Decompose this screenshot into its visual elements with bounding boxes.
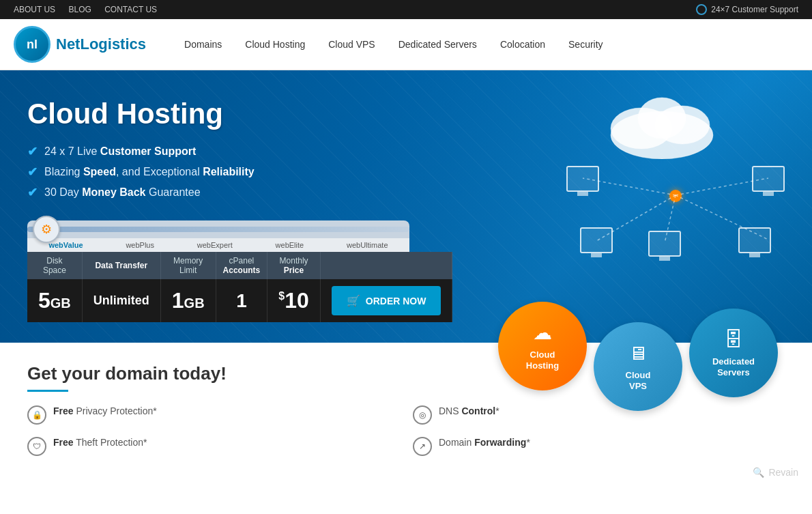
slider-thumb[interactable]: ⚙ <box>33 216 60 243</box>
svg-line-6 <box>596 195 676 241</box>
feature-text-3: 30 Day Money Back Guarantee <box>44 186 201 199</box>
memory-value: 1GB <box>160 279 216 322</box>
disk-size: 5GB <box>38 288 71 313</box>
order-cell: 🛒 ORDER NOW <box>320 279 452 322</box>
contact-us-link[interactable]: CONTACT US <box>104 5 157 14</box>
col-cpanel: cPanel Accounts <box>216 252 267 279</box>
plan-label-webexpert[interactable]: webExpert <box>197 241 233 249</box>
cloud-hosting-circle[interactable]: ☁ CloudHosting <box>498 302 587 390</box>
shield-icon: 🛡 <box>27 437 46 456</box>
plan-labels: webValue webPlus webExpert webElite webU… <box>27 238 409 252</box>
col-order <box>320 252 452 279</box>
col-memory: Memory Limit <box>160 252 216 279</box>
main-nav: Domains Cloud Hosting Cloud VPS Dedicate… <box>173 32 614 57</box>
check-icon-2: ✔ <box>27 165 38 180</box>
gear-icon: ⚙ <box>41 222 52 237</box>
svg-line-7 <box>665 195 676 243</box>
revain-text: Revain <box>768 467 798 478</box>
nav-cloud-vps[interactable]: Cloud VPS <box>317 32 386 57</box>
logo-rest: Logistics <box>80 35 146 53</box>
col-transfer: Data Transfer <box>82 252 160 279</box>
nav-cloud-hosting[interactable]: Cloud Hosting <box>234 32 316 57</box>
feature-list: ✔ 24 x 7 Live Customer Support ✔ Blazing… <box>27 144 409 200</box>
forwarding-text: Domain Forwarding* <box>439 437 530 448</box>
revain-icon: 🔍 <box>753 467 764 478</box>
plan-label-webvalue[interactable]: webValue <box>48 241 83 249</box>
cpanel-value: 1 <box>216 279 267 322</box>
plan-row: 5GB Unlimited 1GB 1 $10 <box>27 279 452 322</box>
hero-graphic <box>560 84 792 282</box>
check-icon-1: ✔ <box>27 144 38 159</box>
dedicated-servers-icon: 🗄 <box>724 328 743 351</box>
plan-label-webelite[interactable]: webElite <box>276 241 304 249</box>
logo-circle: nl <box>14 26 50 63</box>
domain-underline <box>27 390 68 392</box>
transfer-value: Unlimited <box>82 279 160 322</box>
slider-track[interactable]: ⚙ <box>27 220 409 238</box>
price-display: $10 <box>278 288 309 313</box>
globe-icon <box>696 4 707 15</box>
logo-text: NetLogistics <box>56 35 146 53</box>
dedicated-servers-label: DedicatedServers <box>712 356 755 377</box>
dns-icon: ◎ <box>413 405 432 425</box>
col-price: Monthly Price <box>267 252 321 279</box>
svg-line-4 <box>583 178 676 195</box>
price-value: $10 <box>267 279 321 322</box>
feature-text-1: 24 x 7 Live Customer Support <box>44 145 196 158</box>
feature-theft: 🛡 Free Theft Protection* <box>27 437 399 456</box>
blog-link[interactable]: BLOG <box>68 5 91 14</box>
dedicated-servers-circle[interactable]: 🗄 DedicatedServers <box>689 309 778 397</box>
privacy-text: Free Privacy Protection* <box>53 405 157 416</box>
logo-initials: nl <box>27 38 38 52</box>
forward-icon: ↗ <box>413 437 432 456</box>
logo-bold: Net <box>56 35 80 53</box>
top-bar: ABOUT US BLOG CONTACT US 24×7 Customer S… <box>0 0 812 19</box>
customer-support-bar: 24×7 Customer Support <box>696 4 798 15</box>
nav-security[interactable]: Security <box>557 32 614 57</box>
plan-label-webplus[interactable]: webPlus <box>126 241 154 249</box>
plan-slider: ⚙ webValue webPlus webExpert webElite we… <box>27 220 409 322</box>
nav-domains[interactable]: Domains <box>173 32 233 57</box>
cloud-hosting-label: CloudHosting <box>526 349 559 371</box>
svg-line-8 <box>676 195 768 240</box>
lock-icon: 🔒 <box>27 405 46 425</box>
header: nl NetLogistics Domains Cloud Hosting Cl… <box>0 19 812 70</box>
transfer-text: Unlimited <box>93 294 149 307</box>
feature-text-2: Blazing Speed, and Exceptional Reliabili… <box>44 166 255 178</box>
logo[interactable]: nl NetLogistics <box>14 26 146 63</box>
support-label: 24×7 Customer Support <box>711 5 798 14</box>
plan-table: Disk Space Data Transfer Memory Limit cP… <box>27 252 452 322</box>
cloud-vps-label: CloudVPS <box>626 370 651 391</box>
disk-value: 5GB <box>27 279 82 322</box>
order-label: ORDER NOW <box>366 296 426 306</box>
feature-item-2: ✔ Blazing Speed, and Exceptional Reliabi… <box>27 165 409 180</box>
svg-line-5 <box>676 178 768 195</box>
plan-label-webultimate[interactable]: webUltimate <box>347 241 388 249</box>
memory-size: 1GB <box>172 288 205 313</box>
circles-container: ☁ CloudHosting 🖥 CloudVPS 🗄 DedicatedSer… <box>498 302 778 411</box>
check-icon-3: ✔ <box>27 185 38 200</box>
theft-text: Free Theft Protection* <box>53 437 147 448</box>
order-now-button[interactable]: 🛒 ORDER NOW <box>332 286 441 315</box>
feature-item-1: ✔ 24 x 7 Live Customer Support <box>27 144 409 159</box>
cpanel-count: 1 <box>236 290 247 311</box>
col-disk: Disk Space <box>27 252 82 279</box>
nav-dedicated-servers[interactable]: Dedicated Servers <box>388 32 488 57</box>
slider-fill <box>27 227 409 232</box>
dns-text: DNS Control* <box>439 405 499 416</box>
cloud-hosting-icon: ☁ <box>533 322 552 344</box>
hero-title: Cloud Hosting <box>27 98 409 130</box>
nav-colocation[interactable]: Colocation <box>489 32 556 57</box>
cloud-vps-icon: 🖥 <box>628 342 648 365</box>
cloud-vps-circle[interactable]: 🖥 CloudVPS <box>594 322 682 411</box>
about-us-link[interactable]: ABOUT US <box>14 5 55 14</box>
feature-forwarding: ↗ Domain Forwarding* <box>413 437 785 456</box>
features-grid: 🔒 Free Privacy Protection* ◎ DNS Control… <box>27 405 785 464</box>
network-lines <box>560 84 792 282</box>
hero-content: Cloud Hosting ✔ 24 x 7 Live Customer Sup… <box>27 98 409 322</box>
watermark: 🔍 Revain <box>753 467 798 478</box>
bottom-section: Get your domain today! 🔒 Free Privacy Pr… <box>0 343 812 485</box>
feature-item-3: ✔ 30 Day Money Back Guarantee <box>27 185 409 200</box>
feature-privacy: 🔒 Free Privacy Protection* <box>27 405 399 425</box>
cart-icon: 🛒 <box>347 294 360 307</box>
